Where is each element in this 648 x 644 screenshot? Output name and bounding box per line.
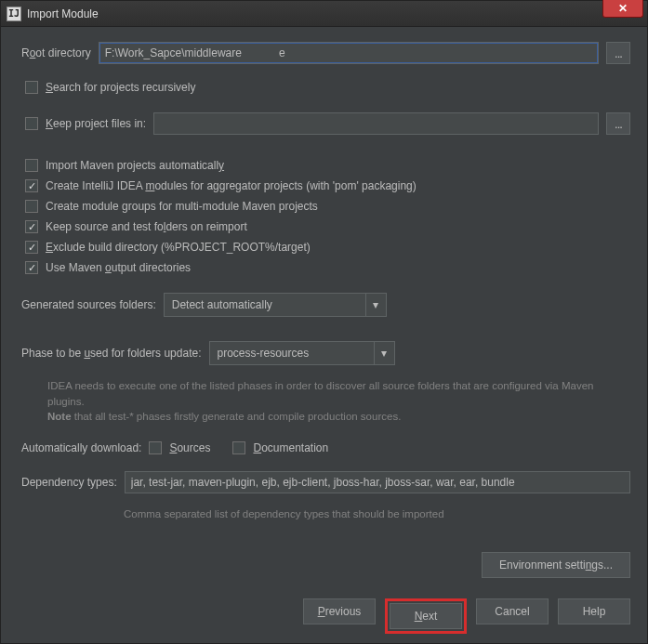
phase-value: process-resources [210,347,374,360]
option-checkbox-2[interactable] [25,200,38,213]
dependency-types-hint: Comma separated list of dependency types… [124,506,630,522]
option-checkbox-5[interactable] [25,261,38,274]
option-row-3: Keep source and test folders on reimport [25,220,630,233]
cancel-button[interactable]: Cancel [476,598,549,624]
chevron-down-icon: ▾ [365,294,386,316]
dependency-types-input[interactable] [125,471,630,493]
option-label-5: Use Maven output directories [46,261,191,274]
dependency-types-label: Dependency types: [21,476,117,489]
phase-row: Phase to be used for folders update: pro… [21,341,630,365]
search-recursively-row: Search for projects recursively [25,81,630,94]
phase-select[interactable]: process-resources ▾ [209,341,395,365]
option-row-5: Use Maven output directories [25,261,630,274]
help-button[interactable]: Help [558,598,630,624]
option-row-2: Create module groups for multi-module Ma… [25,200,630,213]
app-icon: IJ [7,7,21,21]
generated-sources-value: Detect automatically [165,298,365,311]
auto-download-label: Automatically download: [21,441,141,454]
close-button[interactable]: ✕ [602,0,643,18]
dialog-footer: Previous Next Cancel Help [21,589,630,634]
search-recursively-checkbox[interactable] [25,81,38,94]
option-row-0: Import Maven projects automatically [25,159,630,172]
chevron-down-icon: ▾ [374,342,394,364]
keep-files-checkbox[interactable] [25,117,38,130]
auto-download-row: Automatically download: Sources Document… [21,441,630,454]
titlebar: IJ Import Module ✕ [1,1,647,27]
import-options: Import Maven projects automaticallyCreat… [21,151,630,282]
root-directory-label: Root directory [21,46,91,59]
phase-label: Phase to be used for folders update: [21,347,202,360]
previous-button[interactable]: Previous [303,598,376,624]
download-docs-checkbox[interactable] [232,441,245,454]
next-button-highlight: Next [385,598,467,634]
import-module-window: IJ Import Module ✕ Root directory ... Se… [0,0,648,644]
download-sources-label: Sources [169,441,210,454]
environment-settings-button[interactable]: Environment settings... [482,552,630,578]
option-checkbox-1[interactable] [25,179,38,192]
next-button[interactable]: Next [390,603,462,629]
dialog-body: Root directory ... Search for projects r… [1,27,647,643]
keep-files-label: Keep project files in: [46,117,146,130]
download-docs-label: Documentation [253,441,328,454]
option-label-2: Create module groups for multi-module Ma… [46,200,318,213]
option-checkbox-0[interactable] [25,159,38,172]
download-sources-checkbox[interactable] [149,441,162,454]
option-row-1: Create IntelliJ IDEA modules for aggrega… [25,179,630,192]
generated-sources-label: Generated sources folders: [21,298,156,311]
browse-root-button[interactable]: ... [606,42,630,64]
option-label-4: Exclude build directory (%PROJECT_ROOT%/… [46,241,311,254]
generated-sources-row: Generated sources folders: Detect automa… [21,293,630,317]
environment-settings-row: Environment settings... [21,552,630,578]
option-row-4: Exclude build directory (%PROJECT_ROOT%/… [25,241,630,254]
option-checkbox-4[interactable] [25,241,38,254]
search-recursively-label: Search for projects recursively [46,81,195,94]
option-label-3: Keep source and test folders on reimport [46,220,247,233]
keep-files-input[interactable] [153,112,599,135]
option-label-1: Create IntelliJ IDEA modules for aggrega… [46,179,417,192]
option-label-0: Import Maven projects automatically [46,159,224,172]
root-directory-row: Root directory ... [21,42,630,64]
option-checkbox-3[interactable] [25,220,38,233]
generated-sources-select[interactable]: Detect automatically ▾ [164,293,387,317]
window-title: Import Module [27,7,99,20]
dependency-types-row: Dependency types: [21,471,630,493]
root-directory-input[interactable] [99,42,599,64]
phase-hint: IDEA needs to execute one of the listed … [47,378,630,425]
keep-files-row: Keep project files in: ... [25,112,630,135]
browse-keep-files-button[interactable]: ... [606,112,630,135]
